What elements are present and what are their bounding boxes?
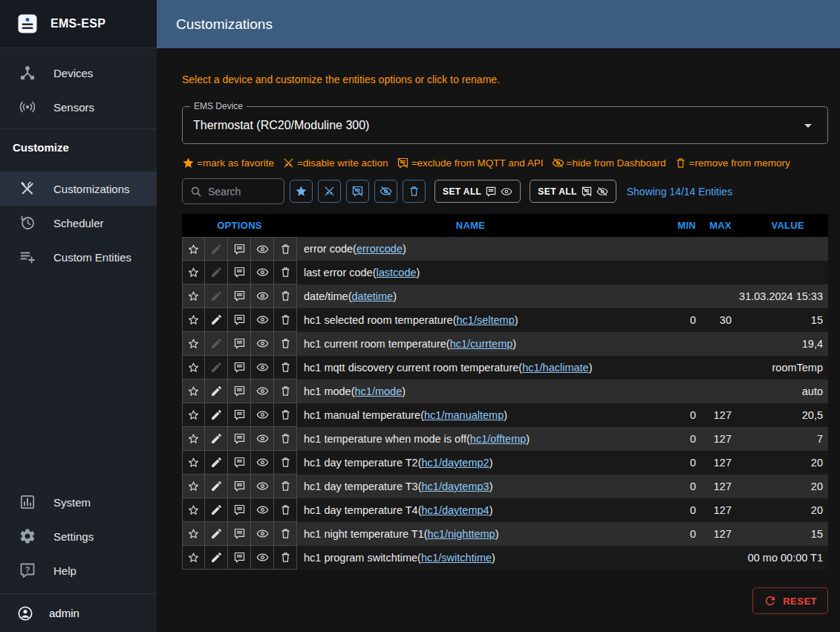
mqtt-comment-button[interactable]: [233, 385, 246, 397]
mqtt-comment-button[interactable]: [233, 290, 246, 302]
edit-pencil-button[interactable]: [210, 361, 223, 374]
mqtt-comment-button[interactable]: [233, 313, 246, 326]
table-row[interactable]: hc1 program switchtime (hc1/switchtime) …: [182, 546, 828, 570]
filter-remove-memory-button[interactable]: [403, 180, 426, 203]
entity-name[interactable]: hc1 day temperature T4 (hc1/daytemp4): [297, 498, 644, 522]
entity-shortname-link[interactable]: hc1/switchtime: [421, 552, 492, 564]
filter-disable-write-button[interactable]: [318, 180, 341, 203]
visibility-eye-button[interactable]: [256, 456, 269, 469]
entity-shortname-link[interactable]: lastcode: [377, 267, 417, 278]
entity-name[interactable]: hc1 day temperature T3 (hc1/daytemp3): [297, 475, 644, 498]
set-all-hidden-button[interactable]: SET ALL: [530, 180, 616, 203]
edit-pencil-button[interactable]: [210, 504, 223, 516]
sidebar-item-system[interactable]: System: [0, 485, 157, 519]
favorite-star-button[interactable]: [187, 266, 200, 278]
edit-pencil-button[interactable]: [210, 432, 223, 445]
edit-pencil-button[interactable]: [210, 551, 223, 564]
visibility-eye-button[interactable]: [256, 408, 269, 421]
ems-device-select[interactable]: EMS Device Thermostat (RC20/Moduline 300…: [182, 106, 828, 144]
entity-name[interactable]: hc1 manual temperature (hc1/manualtemp): [297, 403, 644, 427]
reset-button[interactable]: RESET: [752, 587, 828, 614]
delete-trash-button[interactable]: [279, 266, 292, 278]
entity-shortname-link[interactable]: hc1/haclimate: [522, 362, 588, 374]
table-row[interactable]: hc1 night temperature T1 (hc1/nighttemp)…: [182, 522, 828, 546]
edit-pencil-button[interactable]: [210, 290, 223, 302]
table-row[interactable]: hc1 day temperature T3 (hc1/daytemp3) 0 …: [182, 475, 828, 498]
delete-trash-button[interactable]: [279, 361, 292, 374]
mqtt-comment-button[interactable]: [233, 408, 246, 421]
favorite-star-button[interactable]: [187, 480, 200, 492]
delete-trash-button[interactable]: [279, 313, 292, 326]
favorite-star-button[interactable]: [187, 290, 200, 302]
favorite-star-button[interactable]: [187, 504, 200, 516]
favorite-star-button[interactable]: [187, 243, 200, 255]
table-row[interactable]: date/time (datetime) 31.03.2024 15:33: [182, 284, 828, 308]
mqtt-comment-button[interactable]: [233, 337, 246, 350]
delete-trash-button[interactable]: [279, 243, 292, 255]
delete-trash-button[interactable]: [279, 337, 292, 350]
entity-shortname-link[interactable]: hc1/mode: [355, 385, 403, 397]
delete-trash-button[interactable]: [279, 527, 292, 540]
visibility-eye-button[interactable]: [256, 361, 269, 374]
table-row[interactable]: hc1 day temperature T4 (hc1/daytemp4) 0 …: [182, 498, 828, 522]
entity-shortname-link[interactable]: errorcode: [356, 243, 403, 255]
entity-shortname-link[interactable]: hc1/daytemp4: [422, 504, 489, 516]
mqtt-comment-button[interactable]: [233, 551, 246, 564]
entity-shortname-link[interactable]: datetime: [352, 290, 394, 302]
mqtt-comment-button[interactable]: [233, 527, 246, 540]
visibility-eye-button[interactable]: [256, 290, 269, 302]
entity-shortname-link[interactable]: hc1/daytemp2: [422, 457, 489, 469]
edit-pencil-button[interactable]: [210, 527, 223, 540]
sidebar-item-customizations[interactable]: Customizations: [0, 172, 157, 206]
filter-favorite-button[interactable]: [290, 180, 313, 203]
table-row[interactable]: hc1 temperature when mode is off (hc1/of…: [182, 427, 828, 451]
entity-shortname-link[interactable]: hc1/offtemp: [470, 433, 527, 445]
mqtt-comment-button[interactable]: [233, 504, 246, 516]
sidebar-item-custom-entities[interactable]: Custom Entities: [0, 240, 157, 274]
visibility-eye-button[interactable]: [256, 313, 269, 326]
mqtt-comment-button[interactable]: [233, 480, 246, 492]
visibility-eye-button[interactable]: [256, 527, 269, 540]
delete-trash-button[interactable]: [279, 408, 292, 421]
edit-pencil-button[interactable]: [210, 266, 223, 278]
visibility-eye-button[interactable]: [256, 266, 269, 278]
edit-pencil-button[interactable]: [210, 408, 223, 421]
visibility-eye-button[interactable]: [256, 385, 269, 397]
visibility-eye-button[interactable]: [256, 504, 269, 516]
delete-trash-button[interactable]: [279, 456, 292, 469]
entity-name[interactable]: hc1 mqtt discovery current room temperat…: [297, 356, 644, 379]
entity-name[interactable]: hc1 program switchtime (hc1/switchtime): [297, 546, 644, 570]
entity-name[interactable]: hc1 selected room temperature (hc1/selte…: [297, 308, 644, 332]
table-row[interactable]: hc1 mqtt discovery current room temperat…: [182, 356, 828, 379]
entity-name[interactable]: hc1 day temperature T2 (hc1/daytemp2): [297, 451, 644, 475]
sidebar-item-sensors[interactable]: Sensors: [0, 90, 157, 124]
favorite-star-button[interactable]: [187, 432, 200, 445]
mqtt-comment-button[interactable]: [233, 432, 246, 445]
entity-shortname-link[interactable]: hc1/daytemp3: [422, 480, 489, 492]
entity-shortname-link[interactable]: hc1/nighttemp: [428, 528, 495, 540]
table-row[interactable]: hc1 current room temperature (hc1/currte…: [182, 332, 828, 356]
edit-pencil-button[interactable]: [210, 337, 223, 350]
filter-hide-dashboard-button[interactable]: [374, 180, 397, 203]
favorite-star-button[interactable]: [187, 456, 200, 469]
mqtt-comment-button[interactable]: [233, 266, 246, 278]
mqtt-comment-button[interactable]: [233, 456, 246, 469]
favorite-star-button[interactable]: [187, 527, 200, 540]
entity-shortname-link[interactable]: hc1/currtemp: [450, 338, 513, 350]
search-input[interactable]: [208, 186, 277, 198]
favorite-star-button[interactable]: [187, 551, 200, 564]
sidebar-item-help[interactable]: ? Help: [0, 553, 157, 587]
edit-pencil-button[interactable]: [210, 456, 223, 469]
visibility-eye-button[interactable]: [256, 551, 269, 564]
table-row[interactable]: hc1 mode (hc1/mode) auto: [182, 379, 828, 403]
entity-name[interactable]: date/time (datetime): [297, 284, 644, 308]
delete-trash-button[interactable]: [279, 480, 292, 492]
delete-trash-button[interactable]: [279, 432, 292, 445]
mqtt-comment-button[interactable]: [233, 243, 246, 255]
favorite-star-button[interactable]: [187, 385, 200, 397]
entity-name[interactable]: hc1 temperature when mode is off (hc1/of…: [297, 427, 644, 451]
delete-trash-button[interactable]: [279, 385, 292, 397]
sidebar-item-devices[interactable]: Devices: [0, 56, 157, 90]
delete-trash-button[interactable]: [279, 290, 292, 302]
entity-name[interactable]: hc1 mode (hc1/mode): [297, 379, 644, 403]
